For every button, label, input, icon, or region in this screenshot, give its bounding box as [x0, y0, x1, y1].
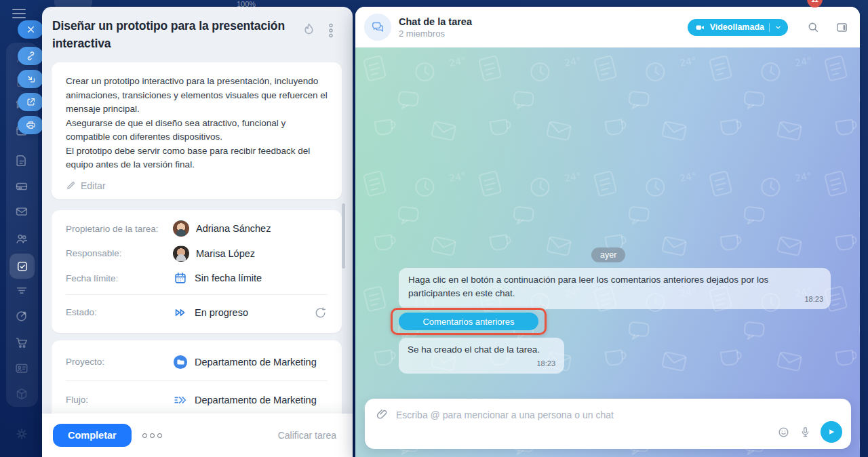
footer-more-menu-icon[interactable] [142, 433, 162, 438]
calendar-icon [173, 271, 188, 285]
task-fields-card: Propietario de la tarea: Adriana Sánchez… [52, 210, 342, 333]
avatar [173, 220, 189, 237]
complete-task-button[interactable]: Completar [53, 424, 132, 447]
project-folder-icon [173, 355, 188, 370]
field-value[interactable]: Departamento de Marketing [173, 393, 317, 408]
divider [66, 380, 328, 381]
tasks-check-icon [16, 260, 29, 273]
highlight-annotation-box: Comentarios anteriores [391, 308, 547, 335]
search-icon[interactable] [806, 20, 820, 34]
message-timestamp: 18:23 [408, 357, 555, 371]
sidebar-item-cart-icon[interactable] [14, 335, 29, 350]
link-icon [26, 51, 36, 61]
message-timestamp: 18:23 [804, 293, 823, 306]
date-divider: ayer [591, 247, 625, 262]
chat-header: Chat de la tarea 2 miembros Videollamada [355, 7, 860, 47]
task-detail-panel: Diseñar un prototipo para la presentació… [42, 7, 353, 457]
send-icon [826, 426, 837, 437]
field-project: Proyecto: Departamento de Marketing [66, 346, 328, 377]
open-in-new-button[interactable] [18, 93, 43, 111]
field-value[interactable]: Adriana Sánchez [173, 220, 271, 237]
rate-task-button[interactable]: Calificar tarea [278, 430, 336, 441]
flow-icon [173, 393, 188, 408]
field-label: Flujo: [66, 395, 173, 405]
chevron-down-icon [774, 24, 782, 31]
sidebar-item-tasks-active[interactable] [9, 254, 35, 279]
field-label: Responsable: [66, 248, 173, 258]
field-value[interactable]: Marisa López [173, 245, 255, 262]
scrollbar-thumb[interactable] [342, 203, 345, 269]
sidebar-item-gear-icon[interactable] [14, 426, 29, 441]
chat-title: Chat de la tarea [399, 16, 472, 27]
sidebar-item-target-icon[interactable] [14, 309, 29, 323]
edit-description-button[interactable]: Editar [66, 180, 113, 191]
sidebar-toggle-icon[interactable] [835, 21, 848, 34]
task-chat-panel: Chat de la tarea 2 miembros Videollamada [355, 7, 860, 457]
flame-icon[interactable] [301, 22, 317, 37]
send-button[interactable] [821, 421, 842, 443]
message-composer [365, 399, 851, 449]
sidebar-item-funnel-icon[interactable] [14, 283, 29, 298]
more-menu-icon[interactable] [328, 23, 334, 38]
external-link-icon [26, 97, 36, 107]
field-label: Propietario de la tarea: [66, 224, 173, 234]
pencil-icon [66, 180, 76, 191]
field-responsible: Responsable: Marisa López [66, 241, 328, 266]
collapse-icon [26, 74, 36, 84]
description-paragraph: El prototipo debe servir como base para … [66, 144, 328, 172]
printer-icon [26, 120, 36, 130]
video-call-button[interactable]: Videollamada [688, 19, 788, 36]
sidebar-item-box-icon[interactable] [14, 386, 29, 401]
attach-icon[interactable] [376, 408, 389, 420]
close-icon [26, 24, 36, 35]
task-footer: Completar Calificar tarea [42, 414, 353, 457]
task-title: Diseñar un prototipo para la presentació… [52, 17, 306, 52]
sidebar-item-drive-icon[interactable] [14, 179, 29, 194]
field-value[interactable]: Sin fecha límite [173, 271, 262, 285]
description-paragraph: Asegurarse de que el diseño sea atractiv… [66, 117, 328, 144]
print-button[interactable] [18, 116, 43, 134]
description-paragraph: Crear un prototipo interactivo para la p… [66, 75, 328, 117]
field-value[interactable]: Departamento de Marketing [173, 355, 317, 370]
field-owner: Propietario de la tarea: Adriana Sánchez [66, 216, 328, 241]
collapse-button[interactable] [18, 70, 43, 88]
hamburger-menu-icon[interactable] [12, 9, 26, 21]
chat-bubbles-icon [370, 20, 385, 35]
chat-message-area: 24° ayer Haga clic en el botón a continu… [355, 47, 860, 457]
composer-icons [777, 421, 842, 443]
videocam-icon [695, 22, 705, 33]
close-task-button[interactable] [18, 20, 43, 39]
field-deadline: Fecha límite: Sin fecha límite [66, 266, 328, 291]
chat-message: Se ha creado el chat de la tarea. 18:23 [399, 338, 564, 374]
sidebar-item-contact-card-icon[interactable] [14, 361, 29, 376]
field-label: Proyecto: [66, 357, 173, 367]
divider [769, 23, 770, 32]
divider [66, 294, 328, 295]
field-value[interactable]: En progreso [173, 305, 248, 320]
microphone-icon[interactable] [799, 426, 812, 439]
sidebar-item-file-icon[interactable] [14, 153, 29, 168]
previous-comments-button[interactable]: Comentarios anteriores [399, 313, 538, 330]
chat-members-count[interactable]: 2 miembros [399, 28, 472, 39]
task-description-card: Crear un prototipo interactivo para la p… [52, 62, 342, 199]
sidebar-item-mail-icon[interactable] [14, 204, 29, 219]
in-progress-icon [173, 305, 188, 320]
chat-message: Haga clic en el botón a continuación par… [399, 268, 831, 309]
chat-avatar[interactable] [364, 14, 391, 41]
field-label: Fecha límite: [66, 273, 173, 283]
field-label: Estado: [66, 307, 173, 317]
sidebar-item-people-icon[interactable] [14, 231, 29, 246]
avatar [173, 245, 189, 262]
emoji-icon[interactable] [777, 426, 790, 439]
copy-link-button[interactable] [18, 47, 43, 65]
field-status: Estado: En progreso [66, 298, 328, 327]
field-flow: Flujo: Departamento de Marketing [66, 384, 328, 415]
timer-icon[interactable] [313, 305, 328, 319]
message-input[interactable] [396, 408, 837, 422]
